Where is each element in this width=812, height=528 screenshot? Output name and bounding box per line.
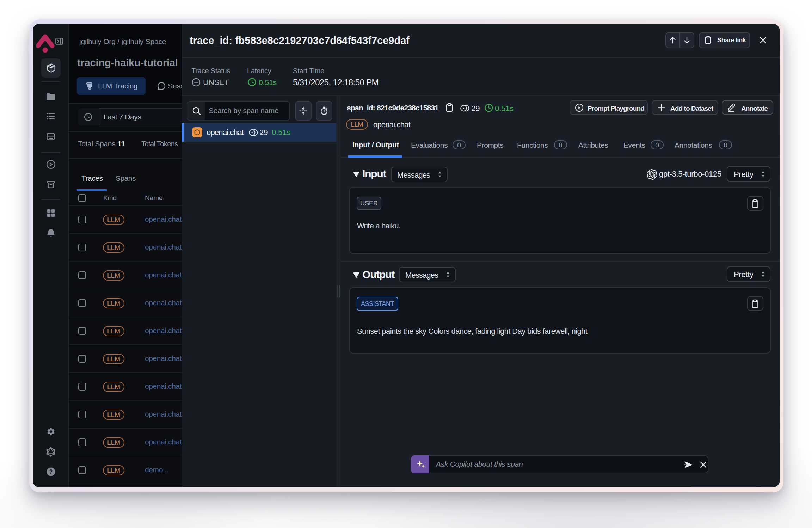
svg-text:?: ?: [49, 469, 53, 475]
